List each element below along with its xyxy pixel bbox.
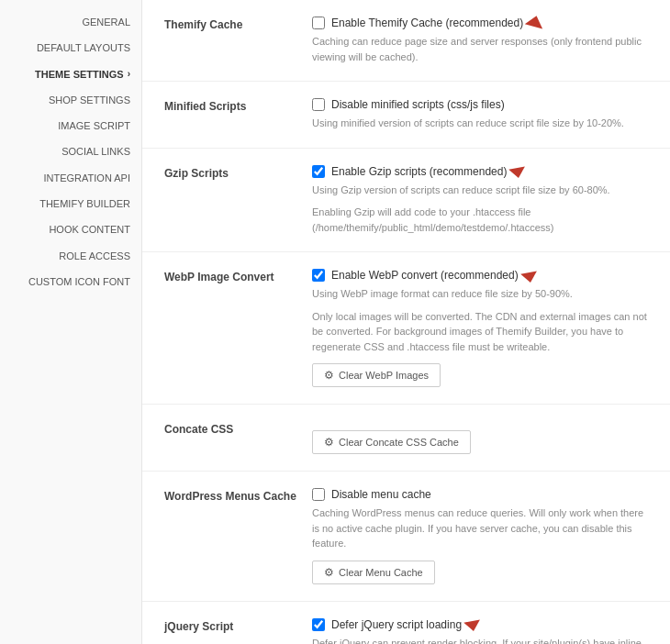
checkbox-label: Disable menu cache (331, 488, 431, 501)
arrow-down-icon (509, 167, 528, 180)
sidebar-item-label: HOOK CONTENT (49, 223, 130, 236)
description-text: Caching can reduce page size and server … (312, 34, 648, 64)
settings-label-minified-scripts: Minified Scripts (142, 98, 312, 113)
settings-control-webp-image-convert: Enable WebP convert (recommended)Using W… (312, 269, 648, 387)
settings-control-minified-scripts: Disable minified scripts (css/js files)U… (312, 98, 648, 131)
button-label: Clear Menu Cache (339, 567, 423, 578)
button-clear-menu[interactable]: ⚙Clear Menu Cache (312, 561, 435, 584)
checkbox-webp-image-convert[interactable] (312, 269, 325, 282)
sidebar-item-label: ROLE ACCESS (59, 250, 130, 262)
checkbox-label: Enable Themify Cache (recommended) (331, 17, 523, 29)
description-text: Enabling Gzip will add code to your .hta… (312, 205, 648, 235)
sidebar-item-social-links[interactable]: SOCIAL LINKS (0, 139, 141, 164)
checkbox-themify-cache[interactable] (312, 17, 325, 29)
checkbox-minified-scripts[interactable] (312, 98, 325, 111)
settings-control-concate-css: ⚙Clear Concate CSS Cache (312, 421, 648, 454)
arrow-down-icon (463, 620, 482, 633)
checkbox-row: Disable menu cache (312, 488, 648, 501)
gear-icon: ⚙ (324, 369, 334, 382)
button-label: Clear WebP Images (339, 370, 429, 381)
description-text: Using minified version of scripts can re… (312, 116, 648, 131)
chevron-right-icon: › (128, 68, 130, 80)
checkbox-label: Disable minified scripts (css/js files) (331, 98, 505, 111)
button-label: Clear Concate CSS Cache (339, 437, 459, 448)
sidebar-item-integration-api[interactable]: INTEGRATION API (0, 165, 141, 191)
checkbox-row: Disable minified scripts (css/js files) (312, 98, 648, 111)
checkbox-jquery-script[interactable] (312, 618, 325, 631)
sidebar-item-label: SHOP SETTINGS (49, 94, 130, 106)
checkbox-wordpress-menus-cache[interactable] (312, 488, 325, 501)
sidebar-item-label: SOCIAL LINKS (61, 145, 130, 158)
sidebar-item-shop-settings[interactable]: SHOP SETTINGS (0, 87, 141, 113)
settings-row-concate-css: Concate CSS⚙Clear Concate CSS Cache (142, 405, 670, 472)
sidebar-item-label: CUSTOM ICON FONT (28, 275, 130, 288)
sidebar-item-label: IMAGE SCRIPT (58, 119, 130, 132)
gear-icon: ⚙ (324, 436, 334, 449)
sidebar-item-label: GENERAL (82, 16, 130, 28)
sidebar-item-role-access[interactable]: ROLE ACCESS (0, 243, 141, 269)
settings-row-wordpress-menus-cache: WordPress Menus CacheDisable menu cacheC… (142, 472, 670, 602)
sidebar-item-label: DEFAULT LAYOUTS (37, 41, 130, 54)
description-text: Caching WordPress menus can reduce queri… (312, 505, 648, 551)
arrow-down-icon (520, 271, 539, 283)
settings-row-gzip-scripts: Gzip ScriptsEnable Gzip scripts (recomme… (142, 149, 670, 253)
settings-label-jquery-script: jQuery Script (142, 618, 312, 633)
sidebar-item-default-layouts[interactable]: DEFAULT LAYOUTS (0, 35, 141, 61)
settings-label-gzip-scripts: Gzip Scripts (142, 165, 312, 180)
checkbox-label: Enable Gzip scripts (recommended) (331, 165, 507, 178)
checkbox-row: Enable Themify Cache (recommended) (312, 17, 648, 29)
checkbox-row: Enable WebP convert (recommended) (312, 269, 648, 282)
gear-icon: ⚙ (324, 566, 334, 579)
settings-label-webp-image-convert: WebP Image Convert (142, 269, 312, 283)
description-text: Using Gzip version of scripts can reduce… (312, 183, 648, 198)
settings-control-wordpress-menus-cache: Disable menu cacheCaching WordPress menu… (312, 488, 648, 584)
sidebar-item-general[interactable]: GENERAL (0, 9, 141, 35)
checkbox-row: Defer jQuery script loading (312, 618, 648, 631)
sidebar-item-custom-icon-font[interactable]: CUSTOM ICON FONT (0, 269, 141, 294)
settings-label-wordpress-menus-cache: WordPress Menus Cache (142, 488, 312, 503)
settings-control-themify-cache: Enable Themify Cache (recommended)Cachin… (312, 17, 648, 64)
sidebar-item-label: THEME SETTINGS (35, 68, 124, 81)
settings-row-minified-scripts: Minified ScriptsDisable minified scripts… (142, 82, 670, 149)
sidebar: GENERALDEFAULT LAYOUTSTHEME SETTINGS ›SH… (0, 0, 142, 644)
description-text: Defer jQuery can prevent render blocking… (312, 636, 648, 645)
settings-row-themify-cache: Themify CacheEnable Themify Cache (recom… (142, 0, 670, 82)
settings-label-themify-cache: Themify Cache (142, 17, 312, 31)
checkbox-row: Enable Gzip scripts (recommended) (312, 165, 648, 178)
button-clear-concate-css[interactable]: ⚙Clear Concate CSS Cache (312, 430, 471, 454)
checkbox-gzip-scripts[interactable] (312, 165, 325, 178)
sidebar-item-themify-builder[interactable]: THEMIFY BUILDER (0, 191, 141, 217)
settings-row-jquery-script: jQuery ScriptDefer jQuery script loading… (142, 602, 670, 645)
settings-row-webp-image-convert: WebP Image ConvertEnable WebP convert (r… (142, 252, 670, 405)
settings-control-gzip-scripts: Enable Gzip scripts (recommended)Using G… (312, 165, 648, 236)
sidebar-item-label: INTEGRATION API (43, 172, 130, 184)
button-clear-webp[interactable]: ⚙Clear WebP Images (312, 363, 441, 387)
description-text: Using WebP image format can reduce file … (312, 286, 648, 302)
description-text: Only local images will be converted. The… (312, 309, 648, 355)
checkbox-label: Defer jQuery script loading (331, 618, 462, 631)
arrow-up-icon (525, 14, 545, 29)
main-content: Themify CacheEnable Themify Cache (recom… (142, 0, 670, 644)
sidebar-item-theme-settings[interactable]: THEME SETTINGS › (0, 61, 141, 87)
sidebar-item-label: THEMIFY BUILDER (39, 197, 130, 210)
sidebar-item-image-script[interactable]: IMAGE SCRIPT (0, 113, 141, 139)
settings-control-jquery-script: Defer jQuery script loadingDefer jQuery … (312, 618, 648, 645)
checkbox-label: Enable WebP convert (recommended) (331, 269, 519, 282)
sidebar-item-hook-content[interactable]: HOOK CONTENT (0, 217, 141, 242)
settings-label-concate-css: Concate CSS (142, 421, 312, 436)
